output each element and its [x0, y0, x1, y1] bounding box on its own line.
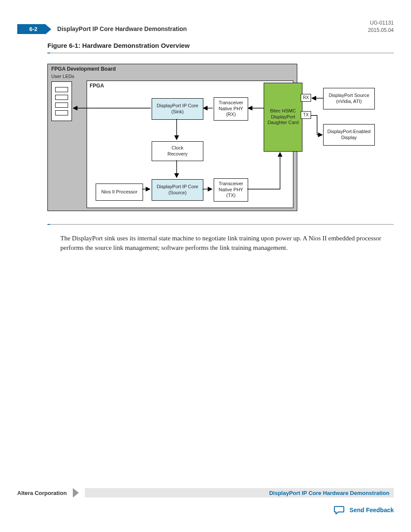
- body-paragraph: The DisplayPort sink uses its internal s…: [60, 233, 392, 253]
- rule-top: [47, 53, 394, 53]
- tx-port-label: TX: [301, 111, 311, 119]
- block-daughter-card: Bitec HSMC DisplayPort Daughter Card: [264, 83, 302, 152]
- footer-corp: Altera Corporation: [17, 490, 67, 496]
- rule-bottom: [47, 224, 394, 225]
- doc-date: 2015.05.04: [368, 27, 394, 34]
- feedback-icon: [334, 505, 345, 515]
- block-clock-recovery: Clock Recovery: [152, 141, 203, 161]
- header-title: DisplayPort IP Core Hardware Demonstrati…: [57, 25, 187, 32]
- header-right: UG-01131 2015.05.04: [368, 19, 394, 34]
- block-dp-sink: DisplayPort IP Core (Sink): [152, 98, 203, 120]
- doc-id: UG-01131: [368, 19, 394, 27]
- page-footer: Altera Corporation DisplayPort IP Core H…: [17, 488, 394, 515]
- block-dp-source: DisplayPort IP Core (Source): [152, 179, 203, 201]
- block-ext-display: DisplayPort-Enabled Display: [323, 124, 375, 146]
- figure-caption: Figure 6-1: Hardware Demonstration Overv…: [47, 42, 394, 49]
- fpga-board-label: FPGA Development Board: [51, 66, 116, 72]
- user-leds-block: [51, 81, 72, 121]
- page-header: 6-2 DisplayPort IP Core Hardware Demonst…: [17, 19, 394, 34]
- block-ext-source: DisplayPort Source (nVidia, ATI): [323, 88, 375, 109]
- rx-port-label: RX: [301, 94, 311, 102]
- send-feedback-link[interactable]: Send Feedback: [17, 505, 394, 515]
- figure-diagram: FPGA Development Board User LEDs FPGA Di…: [47, 64, 388, 219]
- feedback-label: Send Feedback: [349, 507, 394, 513]
- fpga-box: FPGA DisplayPort IP Core (Sink) Transcei…: [87, 81, 293, 208]
- block-rx-phy: Transceiver Native PHY (RX): [214, 97, 248, 121]
- fpga-label: FPGA: [90, 83, 104, 89]
- user-leds-label: User LEDs: [51, 74, 74, 79]
- page-number-badge: 6-2: [17, 24, 45, 34]
- footer-chapter-link[interactable]: DisplayPort IP Core Hardware Demonstrati…: [85, 488, 394, 498]
- fpga-board-box: FPGA Development Board User LEDs FPGA Di…: [47, 64, 297, 211]
- header-left: 6-2 DisplayPort IP Core Hardware Demonst…: [17, 24, 187, 34]
- block-tx-phy: Transceiver Native PHY (TX): [214, 178, 248, 202]
- block-nios-processor: Nios II Processor: [96, 184, 143, 201]
- footer-wedge-icon: [73, 488, 79, 498]
